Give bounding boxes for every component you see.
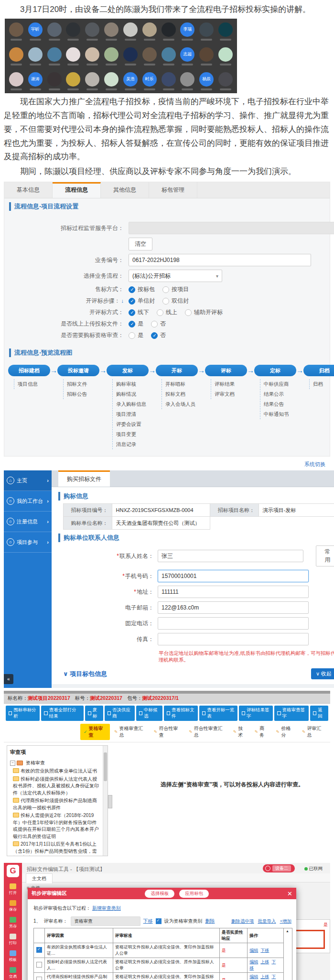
flow-node[interactable]: 归档 (303, 365, 334, 376)
editor-tool-打印[interactable]: 打印 (4, 931, 22, 948)
clear-button[interactable]: 清空 (129, 238, 152, 250)
radio-是[interactable]: 是 (129, 320, 143, 328)
tree-item[interactable]: 投标时必须提供投标人法定代表人授权书原件、授权人及被授权人身份证复印件（法定代表… (13, 776, 101, 797)
radio-否[interactable]: 否 (151, 320, 166, 328)
flow-substep[interactable]: 招标文件 (64, 379, 99, 389)
flow-substep[interactable]: 结果公告 (260, 399, 296, 409)
op-link-编辑[interactable]: 编辑 (249, 959, 258, 964)
op-link-编辑[interactable]: 编辑 (249, 974, 258, 979)
radio-按项目[interactable]: 按项目 (162, 285, 189, 294)
collapse-button[interactable]: ∨ 收起 (311, 668, 334, 679)
editor-tool-交易[interactable]: 交易 (4, 965, 22, 980)
tab-基本信息[interactable]: 基本信息 (4, 182, 53, 198)
radio-辅助开评标[interactable]: 辅助开评标 (185, 308, 223, 316)
flow-node[interactable]: 开标 (156, 365, 198, 376)
flow-substep[interactable]: 结果公示 (260, 389, 296, 399)
flow-substep[interactable]: 购标审核 (113, 379, 149, 389)
field-input[interactable]: 122@163.c0m (158, 601, 309, 614)
row-checkbox[interactable] (36, 947, 42, 953)
field-input[interactable]: 15700010001 (158, 570, 309, 582)
review-tab-符合性审查汇总[interactable]: ✎符合性审查汇总 (185, 724, 228, 740)
tree-item[interactable]: 2017年1月1日以后至今具有1份以上（含1份）投标产品同类型销售业绩，需提供相… (13, 841, 101, 856)
review-name-input[interactable]: 资格审查 (71, 916, 140, 926)
move-section-link[interactable]: 下移 (143, 918, 153, 925)
flow-substep[interactable]: 评委会设置 (113, 419, 149, 429)
tab-main-doc[interactable]: 主文档 (26, 873, 53, 883)
op-link-上移[interactable]: 上移 (260, 959, 269, 964)
add-category-link[interactable]: 新增审查类别 (92, 905, 121, 911)
platform-input[interactable] (129, 222, 334, 234)
editor-tool-打开[interactable]: 打开 (4, 881, 22, 898)
radio-线下[interactable]: 线下 (129, 308, 149, 316)
toolbar-button-废标[interactable]: 废标 (85, 706, 103, 721)
flow-node[interactable]: 定标 (254, 365, 296, 376)
biz-no-input[interactable]: 0617-2022HJ0198 (129, 254, 311, 266)
editor-tool-另存[interactable]: 另存 (4, 915, 22, 931)
toolbar-button-资格审查签字[interactable]: 资格审查签字 (274, 706, 308, 721)
tree-item[interactable]: 代理商投标时须提供投标产品制造商出具的唯一授权书原件 (13, 797, 101, 811)
toolbar-button-围标串标分析[interactable]: 围标串标分析 (6, 706, 40, 721)
flow-substep[interactable]: 中标供应商 (260, 379, 296, 389)
flow-substep[interactable]: 归档 (310, 379, 334, 389)
toolbar-button-查看招标文件[interactable]: 查看招标文件 (164, 706, 198, 721)
radio-按标包[interactable]: 按标包 (129, 285, 155, 294)
editor-tool-模板[interactable]: 模板 (4, 948, 22, 965)
flow-select[interactable]: (标法)公开招标▾ (129, 270, 222, 282)
qualification-checkbox[interactable] (156, 918, 162, 924)
package-info-toggle[interactable]: ∨ 项目标包信息 (63, 670, 107, 678)
toolbar-button-查看全部打分结果[interactable]: 查看全部打分结果 (41, 706, 83, 721)
toolbar-button-查看开标一览表[interactable]: 查看开标一览表 (199, 706, 237, 721)
flow-substep[interactable]: 投标文档 (162, 389, 198, 399)
op-link-上移[interactable]: 上移 (260, 974, 269, 979)
flow-substep[interactable]: 评审文档 (211, 389, 247, 399)
close-icon[interactable]: ✕ (287, 890, 292, 897)
sidebar-collapse-button[interactable]: « (4, 674, 13, 684)
review-tab-评审汇总[interactable]: ✎评审汇总 (299, 724, 328, 740)
tree-root-qualification[interactable]: − 资格审查 (10, 760, 101, 766)
tab-流程信息[interactable]: 流程信息 (53, 182, 101, 198)
flow-node[interactable]: 投标邀请 (57, 365, 99, 376)
delete-section-link[interactable]: 删除 (205, 918, 215, 925)
radio-单信封[interactable]: 单信封 (129, 297, 155, 305)
row-checkbox[interactable] (36, 977, 42, 980)
flow-substep[interactable]: 项目信息 (14, 379, 50, 389)
flow-node[interactable]: 发标 (107, 365, 149, 376)
review-tab-技术[interactable]: ✎技术 (230, 724, 250, 740)
bulk-link-删除选中项[interactable]: 删除选中项 (231, 918, 254, 925)
splitter-handle[interactable] (108, 795, 112, 808)
dialog-button-应用标包[interactable]: 应用标包 (179, 890, 209, 898)
op-link-下移[interactable]: 下移 (260, 948, 269, 953)
flow-substep[interactable]: 项目澄清 (113, 409, 149, 419)
radio-双信封[interactable]: 双信封 (162, 297, 189, 305)
tab-标包管理[interactable]: 标包管理 (149, 182, 197, 198)
collapse-icon[interactable]: − (10, 761, 15, 766)
op-link-编辑[interactable]: 编辑 (249, 948, 258, 953)
field-input[interactable] (158, 633, 309, 645)
toolbar-button-评标结果签字[interactable]: 评标结果签字 (239, 706, 273, 721)
toolbar-button-返回[interactable]: 返回 (310, 706, 328, 721)
table-scrollbar[interactable]: ▲ (284, 928, 292, 980)
flow-substep[interactable]: 中标通知书 (260, 409, 296, 419)
toolbar-button-否决供应商[interactable]: 否决供应商 (105, 706, 135, 721)
flow-node[interactable]: 招标建档 (8, 365, 50, 376)
flow-substep[interactable]: 录入购标信息 (113, 399, 149, 409)
review-tab-商务[interactable]: ✎商务 (251, 724, 272, 740)
flow-substep[interactable]: 项目变更 (113, 429, 149, 439)
review-tab-价格分[interactable]: ✎价格分 (273, 724, 298, 740)
field-input[interactable]: 张三 (158, 550, 303, 562)
sidebar-item-我的工作台[interactable]: ○我的工作台› (4, 491, 52, 512)
flow-substep[interactable]: 录入会场人员 (162, 399, 198, 409)
common-contacts-button[interactable]: 常用 (316, 545, 334, 566)
flow-substep[interactable]: 招标公告 (64, 389, 99, 399)
system-switch-link[interactable]: 系统切换 (304, 461, 325, 468)
toolbar-button-中标候选[interactable]: 中标候选 (136, 706, 162, 721)
tree-item[interactable]: 有效的营业执照或事业单位法人证书 (13, 768, 101, 775)
review-tab-符合性审查[interactable]: ✎符合性审查 (151, 724, 184, 740)
field-input[interactable] (158, 617, 309, 630)
radio-线上[interactable]: 线上 (157, 308, 177, 316)
sidebar-item-主页[interactable]: ⌂主页› (4, 470, 52, 491)
bulk-link-批量导入[interactable]: 批量导入 (258, 918, 276, 925)
tab-其他信息[interactable]: 其他信息 (101, 182, 149, 198)
sidebar-item-项目参与[interactable]: ○项目参与› (4, 532, 52, 553)
radio-是[interactable]: 是 (129, 331, 143, 339)
